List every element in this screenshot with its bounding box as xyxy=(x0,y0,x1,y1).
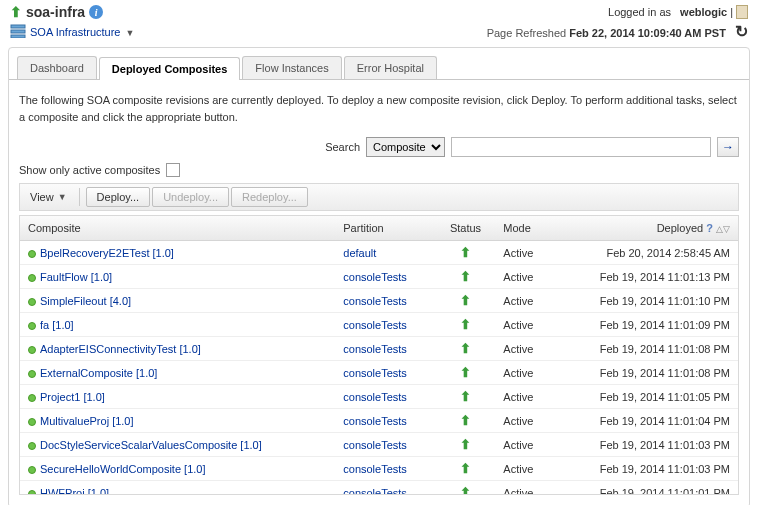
divider xyxy=(79,188,80,206)
table-row[interactable]: FaultFlow [1.0]consoleTests⬆ActiveFeb 19… xyxy=(20,265,738,289)
tab-dashboard[interactable]: Dashboard xyxy=(17,56,97,79)
status-up-icon: ⬆ xyxy=(460,461,471,476)
table-row[interactable]: MultivalueProj [1.0]consoleTests⬆ActiveF… xyxy=(20,409,738,433)
status-up-icon: ⬆ xyxy=(460,365,471,380)
deployed-cell: Feb 19, 2014 11:01:13 PM xyxy=(553,265,738,289)
table-row[interactable]: DocStyleServiceScalarValuesComposite [1.… xyxy=(20,433,738,457)
undeploy-button[interactable]: Undeploy... xyxy=(152,187,229,207)
composite-link[interactable]: fa [1.0] xyxy=(40,319,74,331)
partition-link[interactable]: consoleTests xyxy=(343,487,407,496)
status-dot-icon xyxy=(28,490,36,495)
search-input[interactable] xyxy=(451,137,711,157)
svg-rect-1 xyxy=(11,30,25,33)
status-dot-icon xyxy=(28,250,36,258)
deploy-button[interactable]: Deploy... xyxy=(86,187,151,207)
tab-error-hospital[interactable]: Error Hospital xyxy=(344,56,437,79)
svg-rect-2 xyxy=(11,35,25,38)
status-dot-icon xyxy=(28,370,36,378)
view-menu[interactable]: View ▼ xyxy=(24,189,73,205)
mode-cell: Active xyxy=(495,265,553,289)
chevron-down-icon: ▼ xyxy=(126,28,135,38)
composite-link[interactable]: MultivalueProj [1.0] xyxy=(40,415,134,427)
logged-in-user: weblogic xyxy=(680,6,727,18)
status-up-icon: ⬆ xyxy=(460,389,471,404)
book-icon[interactable] xyxy=(736,5,748,19)
partition-link[interactable]: default xyxy=(343,247,376,259)
refresh-time: Feb 22, 2014 10:09:40 AM PST xyxy=(569,27,726,39)
search-label: Search xyxy=(325,141,360,153)
table-row[interactable]: AdapterEISConnectivityTest [1.0]consoleT… xyxy=(20,337,738,361)
status-dot-icon xyxy=(28,394,36,402)
composite-link[interactable]: DocStyleServiceScalarValuesComposite [1.… xyxy=(40,439,262,451)
table-row[interactable]: fa [1.0]consoleTests⬆ActiveFeb 19, 2014 … xyxy=(20,313,738,337)
table-row[interactable]: BpelRecoveryE2ETest [1.0]default⬆ActiveF… xyxy=(20,241,738,265)
mode-cell: Active xyxy=(495,433,553,457)
deployed-cell: Feb 19, 2014 11:01:08 PM xyxy=(553,361,738,385)
deployed-cell: Feb 20, 2014 2:58:45 AM xyxy=(553,241,738,265)
composite-link[interactable]: BpelRecoveryE2ETest [1.0] xyxy=(40,247,174,259)
status-up-icon: ⬆ xyxy=(460,245,471,260)
search-type-select[interactable]: Composite xyxy=(366,137,445,157)
refresh-icon[interactable]: ↻ xyxy=(735,23,748,40)
up-arrow-icon: ⬆ xyxy=(10,4,22,20)
chevron-down-icon: ▼ xyxy=(58,192,67,202)
status-dot-icon xyxy=(28,466,36,474)
tab-deployed-composites[interactable]: Deployed Composites xyxy=(99,57,241,80)
deployed-cell: Feb 19, 2014 11:01:10 PM xyxy=(553,289,738,313)
mode-cell: Active xyxy=(495,361,553,385)
table-row[interactable]: SimpleFileout [4.0]consoleTests⬆ActiveFe… xyxy=(20,289,738,313)
status-dot-icon xyxy=(28,274,36,282)
composite-link[interactable]: SecureHelloWorldComposite [1.0] xyxy=(40,463,205,475)
active-filter-label: Show only active composites xyxy=(19,164,160,176)
tab-flow-instances[interactable]: Flow Instances xyxy=(242,56,341,79)
page-title: soa-infra xyxy=(26,4,85,20)
status-up-icon: ⬆ xyxy=(460,413,471,428)
composite-link[interactable]: AdapterEISConnectivityTest [1.0] xyxy=(40,343,201,355)
status-up-icon: ⬆ xyxy=(460,269,471,284)
composites-table: Composite Partition Status Mode Deployed… xyxy=(20,216,738,495)
col-mode[interactable]: Mode xyxy=(495,216,553,241)
partition-link[interactable]: consoleTests xyxy=(343,391,407,403)
composites-table-scroll[interactable]: Composite Partition Status Mode Deployed… xyxy=(19,215,739,495)
deployed-cell: Feb 19, 2014 11:01:04 PM xyxy=(553,409,738,433)
status-up-icon: ⬆ xyxy=(460,485,471,495)
col-partition[interactable]: Partition xyxy=(335,216,435,241)
mode-cell: Active xyxy=(495,385,553,409)
status-up-icon: ⬆ xyxy=(460,437,471,452)
composite-link[interactable]: FaultFlow [1.0] xyxy=(40,271,112,283)
status-up-icon: ⬆ xyxy=(460,317,471,332)
search-go-button[interactable]: → xyxy=(717,137,739,157)
table-row[interactable]: SecureHelloWorldComposite [1.0]consoleTe… xyxy=(20,457,738,481)
composite-link[interactable]: HWFProj [1.0] xyxy=(40,487,109,496)
partition-link[interactable]: consoleTests xyxy=(343,463,407,475)
col-deployed[interactable]: Deployed ? △▽ xyxy=(553,216,738,241)
refresh-label: Page Refreshed xyxy=(487,27,567,39)
partition-link[interactable]: consoleTests xyxy=(343,295,407,307)
partition-link[interactable]: consoleTests xyxy=(343,367,407,379)
partition-link[interactable]: consoleTests xyxy=(343,343,407,355)
description-text: The following SOA composite revisions ar… xyxy=(19,92,739,125)
table-row[interactable]: HWFProj [1.0]consoleTests⬆ActiveFeb 19, … xyxy=(20,481,738,496)
mode-cell: Active xyxy=(495,241,553,265)
col-status[interactable]: Status xyxy=(436,216,496,241)
info-icon[interactable]: i xyxy=(89,5,103,19)
status-up-icon: ⬆ xyxy=(460,293,471,308)
table-row[interactable]: Project1 [1.0]consoleTests⬆ActiveFeb 19,… xyxy=(20,385,738,409)
composite-link[interactable]: Project1 [1.0] xyxy=(40,391,105,403)
col-composite[interactable]: Composite xyxy=(20,216,335,241)
table-row[interactable]: ExternalComposite [1.0]consoleTests⬆Acti… xyxy=(20,361,738,385)
infra-menu[interactable]: SOA Infrastructure ▼ xyxy=(30,26,134,38)
mode-cell: Active xyxy=(495,289,553,313)
partition-link[interactable]: consoleTests xyxy=(343,439,407,451)
partition-link[interactable]: consoleTests xyxy=(343,271,407,283)
mode-cell: Active xyxy=(495,409,553,433)
partition-link[interactable]: consoleTests xyxy=(343,319,407,331)
status-dot-icon xyxy=(28,322,36,330)
help-icon[interactable]: ? xyxy=(706,222,713,234)
mode-cell: Active xyxy=(495,337,553,361)
composite-link[interactable]: SimpleFileout [4.0] xyxy=(40,295,131,307)
partition-link[interactable]: consoleTests xyxy=(343,415,407,427)
redeploy-button[interactable]: Redeploy... xyxy=(231,187,308,207)
composite-link[interactable]: ExternalComposite [1.0] xyxy=(40,367,157,379)
active-filter-checkbox[interactable] xyxy=(166,163,180,177)
